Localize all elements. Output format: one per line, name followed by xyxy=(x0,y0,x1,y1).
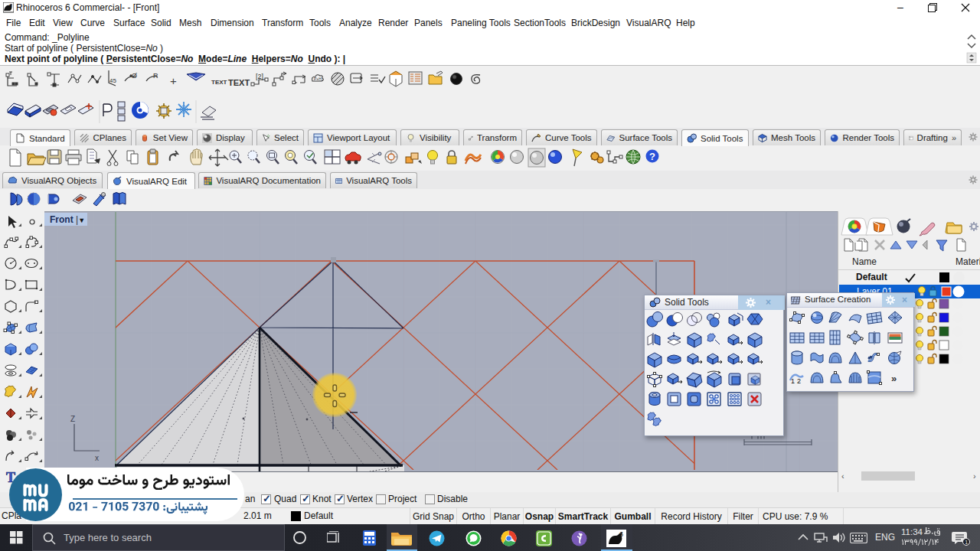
svg-text:TEXT: TEXT xyxy=(228,78,250,87)
svg-text:6: 6 xyxy=(619,530,623,538)
svg-text:R: R xyxy=(153,72,158,80)
svg-text:+: + xyxy=(170,74,177,87)
svg-text:1: 1 xyxy=(791,377,795,385)
svg-text:x: x xyxy=(95,454,99,462)
svg-text:P+H: P+H xyxy=(314,77,322,81)
svg-text:Z: Z xyxy=(70,415,75,423)
svg-text:6: 6 xyxy=(9,3,12,8)
svg-text:TEXT: TEXT xyxy=(211,79,227,86)
svg-text:1: 1 xyxy=(965,540,968,545)
svg-text:»: » xyxy=(891,373,897,384)
svg-text:?: ? xyxy=(649,151,655,162)
svg-text:2: 2 xyxy=(797,377,801,385)
svg-text:Ø: Ø xyxy=(132,72,137,80)
svg-text:45: 45 xyxy=(109,77,116,84)
